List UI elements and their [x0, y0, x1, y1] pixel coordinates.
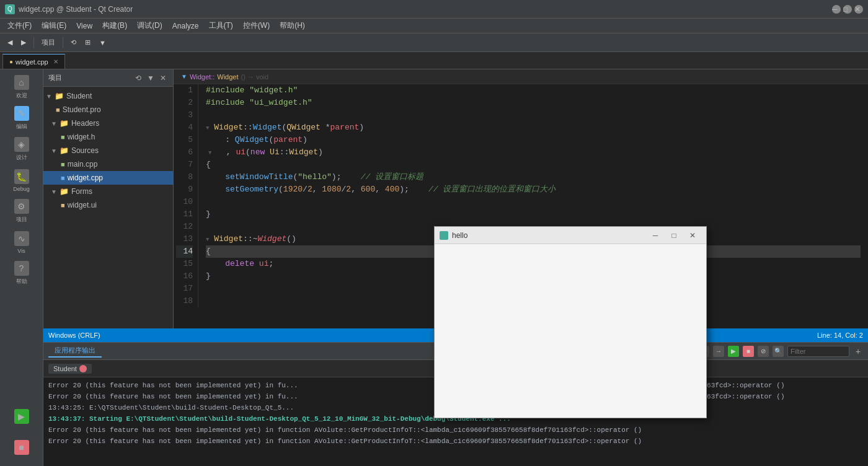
- output-right-btn[interactable]: →: [713, 346, 724, 357]
- line-num-6: 6: [176, 146, 193, 159]
- line-num-5: 5: [176, 134, 193, 146]
- tree-arrow-forms: ▼: [51, 188, 57, 195]
- hello-window[interactable]: hello ─ □ ✕: [434, 226, 707, 418]
- sidebar-label-project: 项目: [16, 216, 27, 224]
- breadcrumb-collapse[interactable]: ▼: [181, 73, 187, 80]
- menu-control[interactable]: 控件(W): [238, 19, 275, 32]
- code-line-11: }: [206, 208, 861, 221]
- hello-window-titlebar: hello ─ □ ✕: [435, 227, 706, 244]
- tab-dot: ●: [9, 58, 13, 65]
- sidebar-item-analyze[interactable]: ∿ Vis: [3, 227, 40, 258]
- close-button[interactable]: ✕: [854, 5, 863, 14]
- output-panel-tab[interactable]: 应用程序输出: [48, 345, 102, 358]
- output-filter-input[interactable]: [787, 346, 849, 357]
- sidebar-item-project[interactable]: ⚙ 项目: [3, 196, 40, 227]
- status-right: Line: 14, Col: 2: [817, 332, 863, 339]
- editor-tab-widget-cpp[interactable]: ● widget.cpp ✕: [2, 54, 65, 69]
- output-add-btn[interactable]: +: [853, 346, 863, 356]
- tree-item-widget-h[interactable]: ■ widget.h: [43, 130, 173, 144]
- tree-close-btn[interactable]: ✕: [158, 73, 168, 83]
- edit-icon: ✎: [14, 106, 29, 121]
- activity-sidebar: ⌂ 欢迎 ✎ 编辑 ◈ 设计 🐛 Debug ⚙ 项目 ∿ Vis ? 帮助: [0, 69, 43, 466]
- menu-debug[interactable]: 调试(D): [132, 19, 167, 32]
- menu-edit[interactable]: 编辑(E): [37, 19, 71, 32]
- menu-analyze[interactable]: Analyze: [167, 20, 204, 32]
- tree-label-forms: Forms: [71, 187, 92, 196]
- hello-maximize-button[interactable]: □: [665, 229, 683, 242]
- student-folder-icon: 📁: [55, 92, 64, 100]
- sidebar-item-debug[interactable]: 🐛 Debug: [3, 165, 40, 196]
- output-run-tab-close[interactable]: [79, 365, 87, 372]
- menu-file[interactable]: 文件(F): [2, 19, 37, 32]
- code-line-8: setWindowTitle("hello"); // 设置窗口标题: [206, 171, 861, 183]
- tree-filter-btn[interactable]: ▼: [146, 73, 156, 83]
- code-line-10: [206, 196, 861, 208]
- output-stop-btn[interactable]: ■: [743, 346, 754, 357]
- code-line-2: #include "ui_widget.h": [206, 97, 861, 109]
- sidebar-item-design[interactable]: ◈ 设计: [3, 134, 40, 165]
- analyze-icon: ∿: [14, 231, 29, 246]
- tree-item-widget-cpp[interactable]: ■ widget.cpp: [43, 171, 173, 185]
- pro-file-icon: ■: [56, 106, 60, 113]
- sidebar-label-debug: Debug: [13, 186, 30, 192]
- toolbar-sep1: [33, 37, 34, 48]
- menu-tools[interactable]: 工具(T): [204, 19, 238, 32]
- output-run-tab-student[interactable]: Student: [48, 364, 92, 374]
- tree-label-sources: Sources: [71, 146, 99, 155]
- output-search-btn[interactable]: 🔍: [773, 346, 784, 357]
- tree-item-widget-ui[interactable]: ■ widget.ui: [43, 198, 173, 212]
- sidebar-item-run[interactable]: ▶: [3, 402, 40, 433]
- project-tree-header: 项目 ⟲ ▼ ✕: [43, 69, 173, 87]
- title-bar: Q widget.cpp @ Student - Qt Creator ─ □ …: [0, 0, 868, 19]
- app-icon: Q: [5, 4, 15, 14]
- run-icon: ▶: [14, 409, 29, 424]
- sidebar-item-stop[interactable]: ■: [3, 433, 40, 464]
- tree-item-headers[interactable]: ▼ 📁 Headers: [43, 116, 173, 130]
- hello-minimize-button[interactable]: ─: [647, 229, 664, 242]
- menu-help[interactable]: 帮助(H): [275, 19, 310, 32]
- tree-label-student-pro: Student.pro: [63, 105, 101, 114]
- tree-label-main-cpp: main.cpp: [68, 160, 98, 169]
- maximize-button[interactable]: □: [843, 5, 852, 14]
- toolbar-project[interactable]: 项目: [38, 37, 59, 48]
- main-cpp-icon: ■: [61, 160, 65, 168]
- tree-item-sources[interactable]: ▼ 📁 Sources: [43, 144, 173, 157]
- toolbar-locator[interactable]: ⊞: [81, 37, 94, 48]
- tree-label-widget-cpp: widget.cpp: [68, 174, 103, 182]
- tree-sync-btn[interactable]: ⟲: [133, 73, 143, 83]
- forms-folder-icon: 📁: [60, 187, 69, 196]
- tab-close-button[interactable]: ✕: [53, 58, 58, 65]
- sidebar-item-help[interactable]: ? 帮助: [3, 258, 40, 289]
- breadcrumb-bar: ▼ Widget:: Widget () → void: [174, 69, 868, 84]
- line-num-16: 16: [176, 270, 193, 283]
- toolbar-back[interactable]: ◀: [4, 37, 16, 48]
- output-run-btn[interactable]: ▶: [728, 346, 739, 357]
- code-line-7: {: [206, 159, 861, 171]
- menu-view[interactable]: View: [71, 20, 97, 32]
- output-clear-btn[interactable]: ⊘: [758, 346, 769, 357]
- toolbar-filter[interactable]: ▼: [95, 38, 110, 48]
- menu-build[interactable]: 构建(B): [97, 19, 132, 32]
- minimize-button[interactable]: ─: [832, 5, 841, 14]
- hello-window-title: hello: [452, 231, 643, 240]
- tree-label-student: Student: [66, 92, 92, 100]
- line-num-3: 3: [176, 109, 193, 121]
- toolbar-forward[interactable]: ▶: [17, 37, 30, 48]
- sidebar-item-welcome[interactable]: ⌂ 欢迎: [3, 72, 40, 103]
- tree-item-forms[interactable]: ▼ 📁 Forms: [43, 185, 173, 198]
- tree-arrow-student: ▼: [46, 93, 52, 100]
- code-line-9: setGeometry(1920/2, 1080/2, 600, 400); /…: [206, 183, 861, 196]
- breadcrumb-tilde: Widget: [217, 73, 238, 81]
- toolbar-sync[interactable]: ⟲: [67, 37, 80, 48]
- sidebar-label-analyze: Vis: [17, 248, 25, 254]
- tree-item-main-cpp[interactable]: ■ main.cpp: [43, 157, 173, 171]
- hello-close-button[interactable]: ✕: [684, 229, 701, 242]
- output-run-tab-label: Student: [53, 365, 77, 372]
- code-line-6: ▼ , ui(new Ui::Widget): [206, 146, 861, 159]
- tree-item-student-pro[interactable]: ■ Student.pro: [43, 103, 173, 116]
- sidebar-item-edit[interactable]: ✎ 编辑: [3, 103, 40, 134]
- sidebar-bottom: ▶ ■: [0, 402, 43, 466]
- headers-folder-icon: 📁: [60, 119, 69, 128]
- line-num-13: 13: [176, 233, 193, 245]
- tree-item-student-root[interactable]: ▼ 📁 Student: [43, 89, 173, 103]
